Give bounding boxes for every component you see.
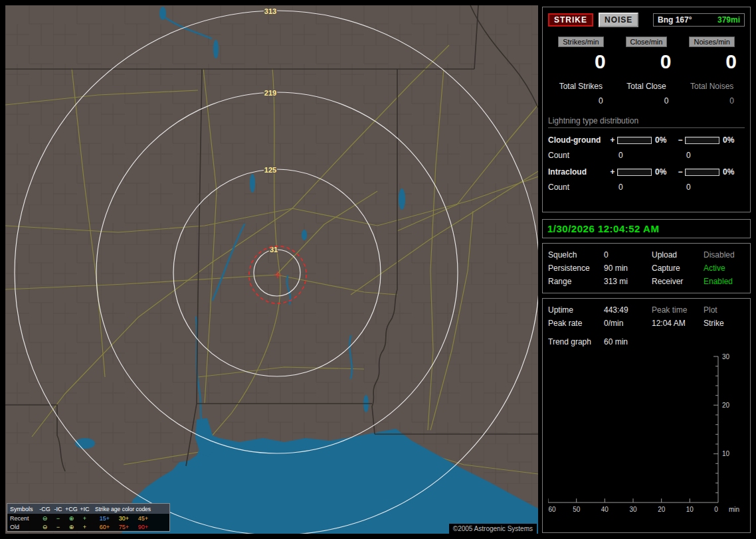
trend-graph-chart: 30 20 10 60 50 40 30 20 10 0 min	[548, 352, 746, 521]
close-per-min-value: 0	[614, 51, 680, 72]
cg-plus-bar	[617, 137, 652, 144]
symbol-neg-ic-old-icon: −	[52, 524, 64, 530]
age-code-30: 30+	[114, 515, 134, 522]
map-canvas[interactable]: 313 219 125 31	[5, 5, 538, 534]
peak-rate-value: 0/min	[604, 319, 652, 328]
legend-old-label: Old	[10, 524, 38, 530]
legend-col-pic: +IC	[78, 506, 91, 512]
close-per-min-badge[interactable]: Close/min	[626, 37, 668, 47]
plus-sign: +	[608, 135, 617, 145]
ic-minus-bar	[685, 169, 719, 176]
uptime-value: 443:49	[604, 305, 652, 315]
close-column: Close/min 0 Total Close 0	[614, 37, 680, 106]
squelch-label: Squelch	[548, 250, 604, 260]
ic-plus-count: 0	[617, 183, 652, 192]
legend-col-nic: -IC	[52, 506, 64, 512]
trend-axis-labels: 30 20 10 60 50 40 30 20 10 0 min	[548, 353, 739, 513]
info-row: Uptime 443:49 Peak time Plot	[548, 303, 745, 317]
peak-time-label: Peak time	[652, 305, 704, 315]
noise-mode-button[interactable]: NOISE	[599, 13, 638, 27]
cloud-ground-label: Cloud-ground	[548, 135, 608, 145]
range-label: Range	[548, 277, 604, 286]
strike-stats-panel: STRIKE NOISE Bng 167° 379mi Strikes/min …	[542, 7, 751, 212]
capture-status: Active	[704, 264, 745, 273]
bearing-display: Bng 167° 379mi	[653, 13, 745, 27]
total-noises-value: 0	[679, 96, 745, 106]
symbol-pos-ic-old-icon: +	[78, 524, 91, 530]
legend-recent-row: Recent ⊖ − ⊕ + 15+ 30+ 45+	[7, 514, 169, 522]
strike-mode-button[interactable]: STRIKE	[548, 13, 593, 27]
cloud-ground-row: Cloud-ground + 0% − 0%	[548, 135, 745, 145]
clock-panel: 1/30/2026 12:04:52 AM	[542, 219, 751, 238]
receiver-label: Receiver	[652, 277, 704, 286]
total-noises-label: Total Noises	[679, 82, 745, 91]
age-code-75: 75+	[114, 524, 134, 530]
symbol-pos-cg-recent-icon: ⊕	[64, 515, 78, 522]
x-tick-10: 10	[686, 506, 694, 513]
bearing-range-value: 379mi	[717, 15, 740, 25]
ring-label-313: 313	[264, 7, 276, 15]
age-code-15: 15+	[95, 515, 114, 522]
x-tick-0: 0	[714, 506, 718, 513]
legend-col-ncg: -CG	[38, 506, 52, 512]
bearing-label: Bng 167°	[658, 15, 692, 25]
x-tick-20: 20	[658, 506, 666, 513]
upload-label: Upload	[652, 250, 704, 260]
ic-minus-count: 0	[685, 183, 719, 192]
cg-minus-bar	[685, 137, 719, 144]
ic-count-label: Count	[548, 183, 608, 192]
plot-value: Strike	[704, 319, 745, 328]
y-tick-10: 10	[722, 450, 730, 457]
trend-axes	[548, 356, 718, 502]
squelch-value: 0	[604, 250, 652, 260]
y-tick-30: 30	[722, 353, 730, 360]
x-tick-30: 30	[629, 506, 637, 513]
intracloud-label: Intracloud	[548, 167, 608, 177]
legend-symbols-title: Symbols	[10, 506, 38, 512]
cg-minus-pct: 0%	[719, 135, 743, 145]
distribution-title: Lightning type distribution	[548, 116, 745, 128]
legend-age-title: Strike age color codes	[95, 506, 153, 512]
legend-header-row: Symbols -CG -IC +CG +IC Strike age color…	[7, 504, 169, 514]
total-strikes-value: 0	[548, 96, 614, 106]
x-axis-unit: min	[729, 506, 739, 513]
noises-per-min-value: 0	[679, 51, 745, 72]
persistence-value: 90 min	[604, 264, 652, 273]
symbol-neg-ic-recent-icon: −	[52, 515, 64, 522]
upload-status: Disabled	[704, 250, 745, 260]
ic-minus-pct: 0%	[719, 167, 743, 177]
intracloud-row: Intracloud + 0% − 0%	[548, 167, 745, 177]
age-code-45: 45+	[134, 515, 153, 522]
plus-sign: +	[608, 167, 617, 177]
legend-old-row: Old ⊖ − ⊕ + 60+ 75+ 90+	[7, 522, 169, 531]
minus-sign: −	[676, 135, 685, 145]
ring-label-219: 219	[264, 89, 276, 97]
status-row: Range 313 mi Receiver Enabled	[548, 275, 745, 288]
total-strikes-label: Total Strikes	[548, 82, 614, 91]
total-close-value: 0	[614, 96, 680, 106]
trend-graph-value: 60 min	[604, 337, 745, 346]
total-close-label: Total Close	[614, 82, 680, 91]
lightning-map[interactable]: 313 219 125 31 Symbols -CG -IC +CG +IC S…	[5, 5, 538, 534]
status-row: Squelch 0 Upload Disabled	[548, 248, 745, 262]
strikes-per-min-value: 0	[548, 51, 614, 72]
copyright-text: ©2005 Astrogenic Systems	[449, 524, 537, 534]
symbol-neg-cg-recent-icon: ⊖	[38, 515, 52, 522]
symbol-pos-ic-recent-icon: +	[78, 515, 91, 522]
peak-rate-label: Peak rate	[548, 319, 604, 328]
strikes-per-min-badge[interactable]: Strikes/min	[558, 37, 603, 47]
cg-count-label: Count	[548, 151, 608, 160]
peak-time-value: 12:04 AM	[652, 319, 704, 328]
ic-plus-bar	[617, 169, 652, 176]
uptime-label: Uptime	[548, 305, 604, 315]
ic-plus-pct: 0%	[652, 167, 676, 177]
datetime-display: 1/30/2026 12:04:52 AM	[547, 223, 659, 234]
legend-recent-label: Recent	[10, 515, 38, 522]
cloud-ground-count-row: Count 0 0	[548, 151, 745, 160]
mode-row: STRIKE NOISE Bng 167° 379mi	[548, 13, 745, 27]
range-value: 313 mi	[604, 277, 652, 286]
noises-per-min-badge[interactable]: Noises/min	[689, 37, 734, 47]
trend-panel: Uptime 443:49 Peak time Plot Peak rate 0…	[542, 298, 751, 533]
x-tick-40: 40	[601, 506, 609, 513]
persistence-label: Persistence	[548, 264, 604, 273]
